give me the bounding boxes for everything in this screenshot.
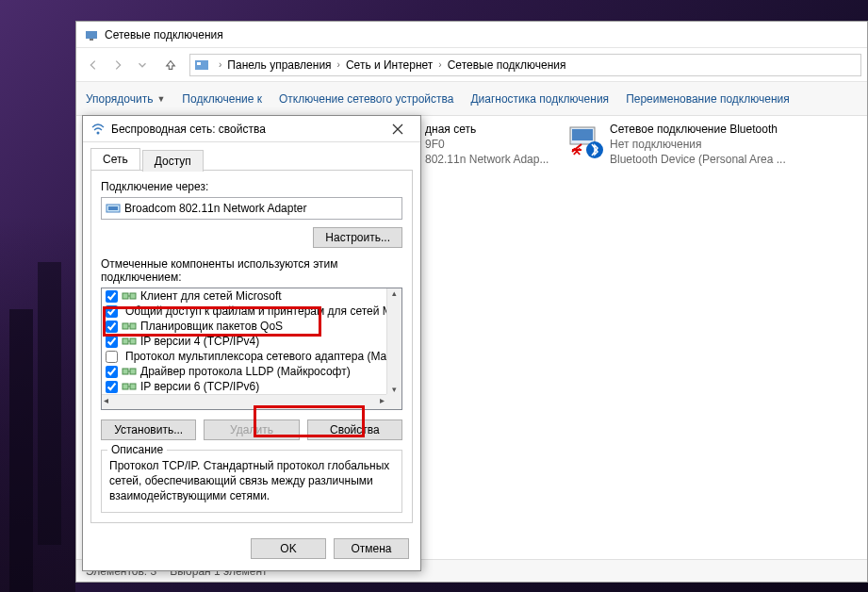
protocol-icon xyxy=(122,320,137,333)
component-label: IP версии 6 (TCP/IPv6) xyxy=(140,380,259,393)
component-item[interactable]: Общий доступ к файлам и принтерам для се… xyxy=(102,304,386,319)
protocol-icon xyxy=(122,380,137,393)
dialog-title: Беспроводная сеть: свойства xyxy=(111,123,383,136)
dialog-button-row: OK Отмена xyxy=(83,531,420,570)
connection-adapter: 802.11n Network Adap... xyxy=(425,152,549,167)
component-item[interactable]: Клиент для сетей Microsoft xyxy=(102,288,386,304)
properties-dialog: Беспроводная сеть: свойства Сеть Доступ … xyxy=(82,115,421,571)
component-checkbox[interactable] xyxy=(106,305,118,318)
connection-item-bluetooth[interactable]: ✕ Сетевое подключение Bluetooth Нет подк… xyxy=(566,122,802,168)
component-checkbox[interactable] xyxy=(106,366,118,378)
titlebar: Сетевые подключения xyxy=(76,22,867,48)
component-item[interactable]: Драйвер протокола LLDP (Майкрософт) xyxy=(102,364,386,379)
svg-rect-29 xyxy=(130,369,136,374)
nav-up-button[interactable] xyxy=(159,54,182,76)
network-icon xyxy=(84,27,99,42)
svg-rect-12 xyxy=(108,206,118,210)
component-checkbox[interactable] xyxy=(106,381,118,393)
svg-text:✕: ✕ xyxy=(572,145,581,158)
component-label: Драйвер протокола LLDP (Майкрософт) xyxy=(140,365,351,378)
svg-rect-19 xyxy=(123,323,128,329)
nav-forward-button[interactable] xyxy=(106,54,129,76)
chevron-right-icon: › xyxy=(337,59,340,70)
window-title: Сетевые подключения xyxy=(105,28,223,41)
svg-rect-22 xyxy=(123,338,128,344)
component-item[interactable]: Протокол мультиплексора сетевого адаптер… xyxy=(102,349,386,364)
component-checkbox[interactable] xyxy=(106,336,118,348)
protocol-icon xyxy=(122,335,137,348)
svg-rect-0 xyxy=(86,31,97,39)
connection-name: дная сеть xyxy=(425,122,549,137)
component-item[interactable]: IP версии 4 (TCP/IPv4) xyxy=(102,334,386,349)
bluetooth-connection-icon: ✕ xyxy=(566,122,604,159)
wifi-icon xyxy=(90,122,106,137)
component-item[interactable]: IP версии 6 (TCP/IPv6) xyxy=(102,379,386,394)
description-group: Описание Протокол TCP/IP. Стандартный пр… xyxy=(101,450,402,513)
svg-rect-23 xyxy=(130,338,136,344)
component-checkbox[interactable] xyxy=(106,290,118,303)
chevron-right-icon: › xyxy=(219,59,221,70)
description-text: Протокол TCP/IP. Стандартный протокол гл… xyxy=(109,458,394,504)
components-label: Отмеченные компоненты используются этим … xyxy=(101,257,402,284)
component-label: Клиент для сетей Microsoft xyxy=(140,289,282,303)
adapter-name: Broadcom 802.11n Network Adapter xyxy=(124,202,306,215)
tab-page-network: Подключение через: Broadcom 802.11n Netw… xyxy=(90,170,413,523)
svg-rect-31 xyxy=(123,384,128,389)
svg-rect-32 xyxy=(130,384,136,389)
adapter-icon xyxy=(106,202,121,215)
component-item[interactable]: Планировщик пакетов QoS xyxy=(102,319,386,334)
vertical-scrollbar[interactable] xyxy=(386,288,401,394)
svg-point-10 xyxy=(97,131,100,134)
close-button[interactable] xyxy=(383,119,413,140)
connection-device: Bluetooth Device (Personal Area ... xyxy=(610,152,786,167)
svg-rect-13 xyxy=(123,293,128,299)
components-listbox[interactable]: Клиент для сетей MicrosoftОбщий доступ к… xyxy=(101,288,402,410)
svg-rect-5 xyxy=(572,129,593,140)
disable-device-button[interactable]: Отключение сетевого устройства xyxy=(279,92,453,106)
configure-button[interactable]: Настроить... xyxy=(313,227,402,248)
svg-rect-20 xyxy=(130,323,136,329)
connect-via-label: Подключение через: xyxy=(101,180,402,193)
properties-button[interactable]: Свойства xyxy=(307,419,402,440)
diagnose-button[interactable]: Диагностика подключения xyxy=(470,92,609,106)
protocol-icon xyxy=(122,365,137,378)
uninstall-button[interactable]: Удалить xyxy=(204,419,299,440)
rename-button[interactable]: Переименование подключения xyxy=(626,92,790,106)
ok-button[interactable]: OK xyxy=(251,538,326,559)
breadcrumb-root[interactable]: Панель управления xyxy=(227,58,331,72)
component-label: Протокол мультиплексора сетевого адаптер… xyxy=(125,350,386,363)
control-panel-icon xyxy=(194,58,209,73)
protocol-icon xyxy=(122,289,137,303)
cancel-button[interactable]: Отмена xyxy=(334,538,409,559)
component-label: Планировщик пакетов QoS xyxy=(140,320,283,333)
organize-menu[interactable]: Упорядочить▼ xyxy=(86,92,165,106)
chevron-down-icon: ▼ xyxy=(156,94,165,104)
nav-bar: › Панель управления › Сеть и Интернет › … xyxy=(76,48,867,82)
chevron-right-icon: › xyxy=(438,59,441,70)
tab-access[interactable]: Доступ xyxy=(142,150,204,172)
component-checkbox[interactable] xyxy=(106,351,118,363)
connect-to-button[interactable]: Подключение к xyxy=(182,92,262,106)
nav-back-button[interactable] xyxy=(82,54,105,76)
component-checkbox[interactable] xyxy=(106,321,118,333)
component-label: IP версии 4 (TCP/IPv4) xyxy=(140,335,259,348)
breadcrumb[interactable]: › Панель управления › Сеть и Интернет › … xyxy=(189,54,861,76)
breadcrumb-mid[interactable]: Сеть и Интернет xyxy=(346,58,433,72)
nav-recent-button[interactable] xyxy=(131,54,154,76)
svg-rect-14 xyxy=(130,293,136,299)
install-button[interactable]: Установить... xyxy=(101,419,196,440)
connection-status: Нет подключения xyxy=(610,137,786,152)
description-legend: Описание xyxy=(107,443,167,456)
command-bar: Упорядочить▼ Подключение к Отключение се… xyxy=(76,82,867,116)
tab-row: Сеть Доступ xyxy=(83,142,420,170)
svg-rect-1 xyxy=(90,39,93,41)
connection-name: Сетевое подключение Bluetooth xyxy=(610,122,786,137)
breadcrumb-leaf[interactable]: Сетевые подключения xyxy=(448,58,566,72)
svg-rect-3 xyxy=(197,62,201,65)
connection-ssid: 9F0 xyxy=(425,137,549,152)
scroll-corner xyxy=(386,394,401,409)
tab-network[interactable]: Сеть xyxy=(90,148,140,170)
svg-rect-28 xyxy=(123,369,128,374)
horizontal-scrollbar[interactable] xyxy=(102,394,386,409)
component-label: Общий доступ к файлам и принтерам для се… xyxy=(125,304,386,318)
